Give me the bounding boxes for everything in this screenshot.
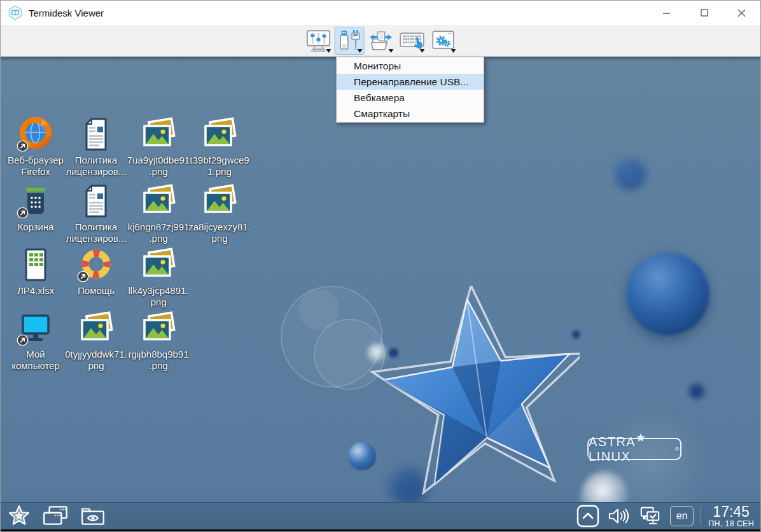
shortcut-arrow-icon — [17, 140, 29, 152]
taskbar-button-file-manager[interactable] — [80, 505, 106, 528]
wallpaper-sphere — [627, 253, 709, 335]
dropdown-caret-icon — [326, 49, 332, 53]
remote-desktop[interactable]: ASTRA LINUX® Веб-браузерFirefoxПолитикал… — [1, 57, 761, 503]
close-button[interactable] — [723, 1, 760, 25]
astra-linux-logo: ASTRA LINUX® — [587, 438, 681, 460]
shortcut-arrow-icon — [17, 207, 29, 219]
trash-icon — [17, 183, 54, 220]
shortcut-arrow-icon — [77, 270, 89, 283]
usb-dropdown-menu: МониторыПеренаправление USB...ВебкамераС… — [336, 57, 484, 123]
xlsx-icon — [17, 246, 54, 283]
wallpaper-sphere — [689, 384, 704, 399]
screen-bottom-strip — [1, 529, 760, 531]
astra-logo-star-icon — [636, 432, 646, 443]
windows-icon — [41, 504, 70, 528]
desktop-icon-label: za8ijcyexzy81.png — [188, 221, 251, 244]
menu-item[interactable]: Перенаправление USB... — [337, 74, 484, 90]
desktop-icon-image[interactable]: za8ijcyexzy81.png — [178, 183, 261, 244]
menu-item[interactable]: Смарткарты — [337, 106, 484, 122]
help-icon — [78, 246, 115, 283]
desktop-icon-label: Мойкомпьютер — [11, 349, 60, 371]
desktop-icon-image[interactable]: llk4y3jcp4891.png — [117, 246, 200, 307]
chevron-up-icon — [576, 505, 599, 528]
document-icon — [78, 183, 115, 220]
firefox-icon — [17, 116, 54, 153]
desktop-icon-label: ЛР4.xlsx — [17, 285, 54, 297]
close-icon — [737, 9, 746, 17]
desktop-icon-label: t39bf29gwce91.png — [190, 155, 249, 177]
desktop-icon-label: Корзина — [17, 221, 53, 233]
menu-item[interactable]: Мониторы — [337, 58, 484, 74]
toolbar-button-send-shortcuts[interactable] — [397, 27, 427, 55]
network-monitors-check-icon — [638, 505, 663, 527]
shortcut-arrow-icon — [17, 334, 29, 346]
taskbar-button-windows[interactable] — [41, 504, 70, 528]
titlebar: Termidesk Viewer — [1, 1, 760, 25]
toolbar-button-preferences[interactable] — [428, 27, 458, 55]
language-indicator[interactable]: en — [670, 506, 694, 526]
image-icon — [201, 183, 238, 220]
volume-button[interactable] — [606, 506, 631, 526]
speaker-icon — [606, 506, 631, 526]
toolbar-button-file-transfer[interactable] — [366, 27, 396, 55]
minimize-icon — [662, 9, 671, 17]
termidesk-viewer-window: Termidesk Viewer — [0, 0, 761, 532]
termidesk-logo-icon — [8, 5, 23, 20]
document-icon — [78, 116, 115, 153]
dropdown-caret-icon — [451, 49, 456, 53]
astra-logo-text: ASTRA LINUX — [589, 435, 674, 464]
clock[interactable]: 17:45 ПН, 18 СЕН — [708, 505, 756, 528]
dropdown-caret-icon — [420, 49, 425, 53]
image-icon — [140, 183, 177, 220]
dropdown-caret-icon — [389, 49, 394, 53]
taskbar-button-start[interactable] — [7, 504, 31, 528]
image-icon — [201, 116, 238, 153]
maximize-icon — [701, 9, 708, 17]
clock-time: 17:45 — [713, 505, 750, 519]
clock-date: ПН, 18 СЕН — [708, 519, 754, 528]
toolbar-button-usb-redirect[interactable] — [335, 27, 365, 55]
toolbar-button-display-settings[interactable] — [304, 27, 333, 55]
taskbar: en 17:45 ПН, 18 СЕН — [1, 502, 760, 529]
desktop-icon-label: Помощь — [78, 285, 115, 297]
star-icon — [7, 504, 31, 528]
astra-star-graphic — [357, 286, 580, 502]
image-icon — [140, 310, 177, 347]
folder-eye-icon — [80, 505, 106, 528]
maximize-button[interactable] — [685, 1, 723, 25]
desktop-icon-image[interactable]: t39bf29gwce91.png — [178, 116, 261, 177]
desktop-icon-label: rgijbh8bq9b91.png — [128, 349, 188, 371]
menu-item[interactable]: Вебкамера — [337, 90, 484, 106]
tray-expand-button[interactable] — [576, 505, 599, 528]
dropdown-caret-icon — [358, 49, 363, 53]
taskbar-tray: en 17:45 ПН, 18 СЕН — [576, 505, 760, 528]
minimize-button[interactable] — [648, 1, 685, 25]
desktop-icon-image[interactable]: rgijbh8bq9b91.png — [117, 310, 200, 371]
toolbar — [1, 25, 760, 57]
wallpaper-sphere — [615, 160, 646, 190]
window-title: Termidesk Viewer — [29, 8, 104, 18]
wallpaper-bokeh — [298, 290, 339, 330]
taskbar-left — [1, 504, 106, 528]
image-icon — [140, 246, 177, 283]
tray-divider — [701, 507, 701, 526]
image-icon — [140, 116, 177, 153]
computer-icon — [17, 310, 54, 347]
image-icon — [78, 310, 115, 347]
desktop-icon-label: llk4y3jcp4891.png — [128, 285, 188, 307]
window-controls — [648, 1, 760, 25]
toolbar-buttons — [304, 27, 458, 55]
network-status-button[interactable] — [638, 505, 663, 527]
